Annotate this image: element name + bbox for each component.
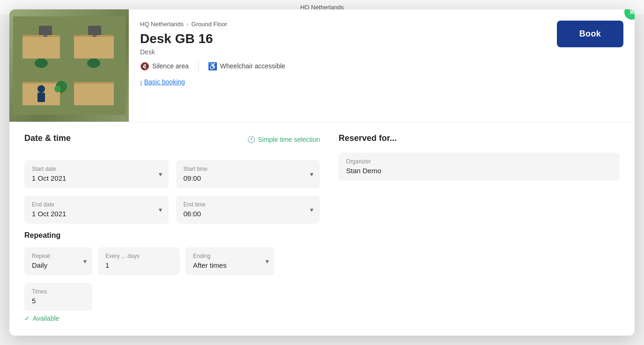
desk-image bbox=[9, 9, 129, 122]
ending-value: After times bbox=[193, 261, 227, 269]
svg-rect-10 bbox=[93, 35, 96, 37]
organizer-label: Organizer bbox=[346, 158, 612, 165]
svg-point-21 bbox=[54, 86, 61, 92]
breadcrumb-separator: › bbox=[186, 21, 188, 28]
breadcrumb-floor: Ground Floor bbox=[192, 21, 228, 28]
svg-rect-6 bbox=[37, 59, 45, 64]
start-time-arrow: ▾ bbox=[310, 170, 313, 178]
svg-rect-4 bbox=[44, 35, 47, 37]
end-date-label: End date bbox=[32, 201, 161, 208]
repeating-section: Repeating Repeat Daily ▾ Every ... days … bbox=[24, 231, 320, 322]
wheelchair-label: Wheelchair accessible bbox=[220, 62, 285, 70]
end-time-value: 06:00 bbox=[184, 210, 201, 218]
available-badge: ✓ Available bbox=[24, 315, 320, 322]
repeat-arrow: ▾ bbox=[83, 257, 87, 265]
end-time-arrow: ▾ bbox=[310, 206, 313, 213]
svg-rect-15 bbox=[74, 82, 114, 105]
repeat-label: Repeat bbox=[32, 253, 85, 259]
svg-rect-14 bbox=[22, 82, 60, 84]
basic-booking-label: Basic booking bbox=[144, 78, 185, 86]
ending-arrow: ▾ bbox=[266, 257, 269, 265]
start-date-label: Start date bbox=[32, 166, 161, 172]
repeat-field[interactable]: Repeat Daily ▾ bbox=[24, 247, 92, 275]
svg-rect-16 bbox=[74, 82, 114, 84]
start-row: Start date 1 Oct 2021 ▾ Start time 09:00… bbox=[24, 160, 320, 188]
modal-overlay: HQ Netherlands × bbox=[0, 0, 644, 345]
date-time-section: Date & time 🕐 Simple time selection Star… bbox=[24, 133, 320, 224]
amenity-wheelchair: ♿ Wheelchair accessible bbox=[208, 62, 285, 71]
available-label: Available bbox=[33, 315, 59, 322]
end-date-arrow: ▾ bbox=[159, 206, 162, 213]
basic-booking-link[interactable]: ‹ Basic booking bbox=[140, 78, 623, 86]
end-date-value: 1 Oct 2021 bbox=[32, 210, 66, 218]
organizer-value: Stan Demo bbox=[346, 167, 381, 175]
simple-time-label: Simple time selection bbox=[258, 136, 320, 143]
times-value: 5 bbox=[32, 297, 36, 305]
desk-type: Desk bbox=[140, 48, 623, 56]
breadcrumb: HQ Netherlands › Ground Floor bbox=[140, 21, 623, 28]
wheelchair-icon: ♿ bbox=[208, 62, 217, 71]
ending-field[interactable]: Ending After times ▾ bbox=[185, 247, 274, 275]
svg-rect-3 bbox=[39, 26, 52, 35]
header-info: HQ Netherlands › Ground Floor Desk GB 16… bbox=[129, 9, 635, 122]
office-illustration bbox=[13, 16, 126, 115]
start-time-field[interactable]: Start time 09:00 ▾ bbox=[176, 160, 320, 188]
checkmark-icon: ✓ bbox=[24, 315, 30, 322]
modal-body: Date & time 🕐 Simple time selection Star… bbox=[9, 122, 635, 336]
end-row: End date 1 Oct 2021 ▾ End time 06:00 ▾ bbox=[24, 196, 320, 224]
date-time-title: Date & time bbox=[24, 133, 71, 143]
every-days-field[interactable]: Every ... days 1 bbox=[98, 247, 180, 275]
close-icon: × bbox=[629, 9, 635, 17]
ending-label: Ending bbox=[193, 253, 267, 259]
svg-rect-2 bbox=[22, 35, 60, 37]
end-time-field[interactable]: End time 06:00 ▾ bbox=[176, 196, 320, 224]
svg-point-17 bbox=[37, 85, 45, 93]
start-date-field[interactable]: Start date 1 Oct 2021 ▾ bbox=[24, 160, 169, 188]
modal-dialog: × bbox=[9, 9, 635, 336]
repeat-value: Daily bbox=[32, 261, 47, 269]
times-field[interactable]: Times 5 bbox=[24, 283, 92, 311]
start-date-arrow: ▾ bbox=[159, 170, 162, 178]
silence-icon: 🔇 bbox=[140, 62, 149, 71]
breadcrumb-location: HQ Netherlands bbox=[140, 21, 184, 28]
times-label: Times bbox=[32, 288, 85, 295]
svg-rect-1 bbox=[22, 35, 60, 59]
amenity-divider bbox=[198, 61, 199, 71]
amenity-silence: 🔇 Silence area bbox=[140, 62, 189, 71]
start-date-value: 1 Oct 2021 bbox=[32, 174, 66, 182]
book-button[interactable]: Book bbox=[557, 21, 623, 47]
reserved-title: Reserved for... bbox=[339, 133, 620, 143]
simple-time-link[interactable]: 🕐 Simple time selection bbox=[247, 136, 320, 143]
modal-header: HQ Netherlands › Ground Floor Desk GB 16… bbox=[9, 9, 635, 122]
svg-rect-12 bbox=[90, 59, 97, 64]
silence-label: Silence area bbox=[152, 62, 189, 70]
end-date-field[interactable]: End date 1 Oct 2021 ▾ bbox=[24, 196, 169, 224]
right-section: Reserved for... Organizer Stan Demo bbox=[339, 133, 620, 324]
organizer-field: Organizer Stan Demo bbox=[339, 153, 620, 181]
clock-icon: 🕐 bbox=[247, 136, 255, 143]
svg-rect-9 bbox=[88, 26, 101, 35]
svg-rect-7 bbox=[74, 35, 114, 59]
desk-image-inner bbox=[9, 9, 129, 122]
amenities-list: 🔇 Silence area ♿ Wheelchair accessible bbox=[140, 61, 623, 71]
basic-booking-prefix: ‹ bbox=[140, 78, 142, 86]
left-section: Date & time 🕐 Simple time selection Star… bbox=[24, 133, 320, 324]
start-time-label: Start time bbox=[184, 166, 313, 172]
every-days-label: Every ... days bbox=[105, 253, 172, 259]
repeating-title: Repeating bbox=[24, 231, 320, 240]
svg-rect-18 bbox=[37, 93, 45, 102]
end-time-label: End time bbox=[184, 201, 313, 208]
desk-title: Desk GB 16 bbox=[140, 31, 623, 46]
start-time-value: 09:00 bbox=[184, 174, 201, 182]
every-days-value: 1 bbox=[105, 261, 109, 269]
repeat-row: Repeat Daily ▾ Every ... days 1 Ending bbox=[24, 247, 320, 275]
